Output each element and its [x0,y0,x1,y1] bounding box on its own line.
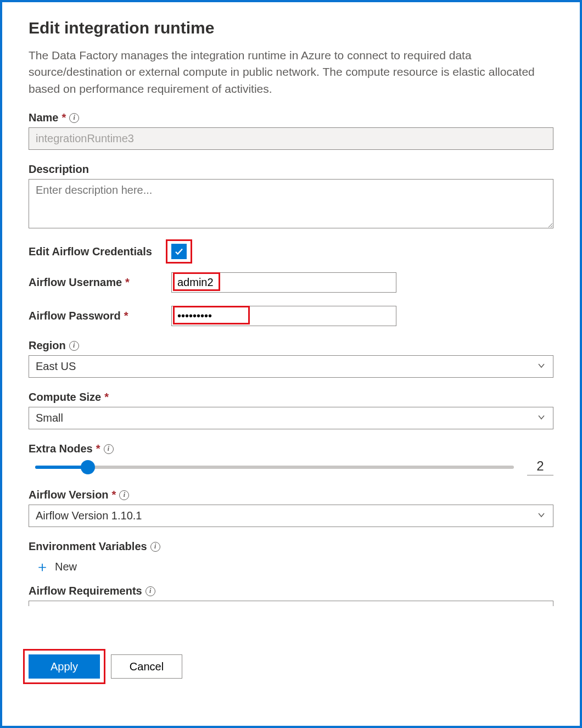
edit-credentials-label: Edit Airflow Credentials [29,245,152,258]
required-marker: * [96,443,100,455]
info-icon[interactable]: i [69,113,79,123]
airflow-reqs-field: Airflow Requirements i [29,585,553,606]
intro-text: The Data Factory manages the integration… [29,47,553,97]
required-marker: * [112,489,116,501]
region-select[interactable] [29,355,553,378]
description-input[interactable] [29,179,553,228]
info-icon[interactable]: i [150,542,160,552]
dialog-window: Edit integration runtime The Data Factor… [0,0,582,728]
info-icon[interactable]: i [69,341,79,351]
footer: Apply Cancel [2,632,580,726]
info-icon[interactable]: i [104,444,114,454]
form-panel: Edit integration runtime The Data Factor… [2,2,580,632]
name-label: Name [29,111,58,124]
check-icon [174,247,184,256]
airflow-version-select[interactable] [29,505,553,527]
add-env-var-button[interactable]: ＋ New [29,556,553,577]
name-input [29,127,553,150]
airflow-version-field: Airflow Version * i [29,489,553,527]
description-field: Description [29,163,553,231]
extra-nodes-slider[interactable] [35,466,514,469]
airflow-password-input[interactable] [171,306,396,326]
required-marker: * [124,310,128,322]
compute-size-label: Compute Size [29,391,101,404]
description-label: Description [29,163,89,176]
slider-thumb[interactable] [81,460,95,474]
extra-nodes-value[interactable]: 2 [527,458,553,475]
airflow-username-input[interactable] [171,272,396,293]
page-title: Edit integration runtime [29,19,553,37]
info-icon[interactable]: i [146,586,155,596]
env-vars-field: Environment Variables i ＋ New [29,540,553,577]
airflow-version-label: Airflow Version [29,489,109,501]
airflow-password-row: Airflow Password * [29,306,553,326]
extra-nodes-field: Extra Nodes * i 2 [29,443,553,475]
airflow-password-label: Airflow Password [29,310,121,322]
compute-size-select[interactable] [29,407,553,429]
env-vars-label: Environment Variables [29,540,147,553]
apply-button[interactable]: Apply [29,654,100,679]
extra-nodes-label: Extra Nodes [29,443,93,455]
region-label: Region [29,339,66,352]
edit-credentials-checkbox[interactable] [171,244,187,259]
airflow-reqs-label: Airflow Requirements [29,585,142,597]
airflow-username-row: Airflow Username * [29,272,553,293]
required-marker: * [104,391,109,404]
region-field: Region i [29,339,553,378]
info-icon[interactable]: i [119,490,129,500]
airflow-username-label: Airflow Username [29,276,122,289]
edit-credentials-row: Edit Airflow Credentials [29,244,553,259]
name-field: Name * i [29,111,553,150]
cancel-button[interactable]: Cancel [111,654,182,679]
required-marker: * [61,111,66,124]
compute-size-field: Compute Size * [29,391,553,429]
new-label: New [55,561,77,573]
plus-icon: ＋ [35,559,49,574]
required-marker: * [125,276,130,289]
airflow-reqs-box-top [29,601,553,606]
